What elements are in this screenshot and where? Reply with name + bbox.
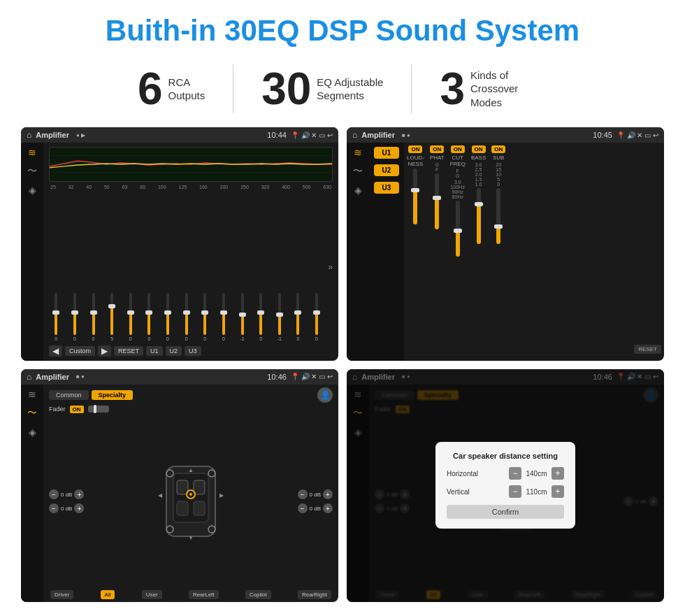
amp-phat-label: PHAT [430, 155, 445, 161]
fader-tab-specialty[interactable]: Specialty [92, 390, 134, 400]
amp-channel-controls: ON LOUD-NESS ON PHAT G F [404, 143, 664, 361]
eq-slider-15[interactable]: 0 [310, 293, 324, 341]
dialog-vertical-row: Vertical − 110cm + [447, 485, 564, 498]
eq-slider-14[interactable]: 0 [291, 293, 305, 341]
fader-profile-icon[interactable]: 👤 [317, 387, 333, 403]
eq-prev-btn[interactable]: ◀ [49, 345, 62, 357]
amp-cutfreq-on[interactable]: ON [451, 145, 465, 153]
fader-slider-h[interactable] [88, 406, 109, 413]
eq-main-content: 25 32 40 50 63 80 100 125 160 200 250 32… [43, 143, 338, 361]
amp-loudness-slider[interactable] [413, 169, 417, 224]
amp-loudness-on[interactable]: ON [408, 145, 422, 153]
screens-grid: ⌂ Amplifier ● ▶ 10:44 📍 🔊 ✕ ▭ ↩ ≋ 〜 ◈ [21, 127, 664, 602]
dialog-vertical-control: − 110cm + [509, 485, 564, 498]
amp-phat-slider[interactable] [435, 173, 439, 229]
dialog-screen-body: ≋ 〜 ◈ Common Specialty 👤 Fader [347, 385, 664, 603]
eq-u2-btn[interactable]: U2 [166, 346, 182, 356]
eq-slider-9[interactable]: 0 [198, 293, 212, 341]
eq-slider-7[interactable]: 0 [161, 293, 175, 341]
confirm-button[interactable]: Confirm [447, 505, 564, 519]
eq-slider-5[interactable]: 0 [124, 293, 138, 341]
eq-slider-8[interactable]: 0 [179, 293, 194, 341]
amp-sub-on[interactable]: ON [491, 145, 505, 153]
amp-reset-btn[interactable]: RESET [634, 345, 661, 354]
fader-rl-plus[interactable]: + [74, 503, 84, 513]
eq-slider-13[interactable]: -1 [273, 293, 287, 341]
fader-user-btn[interactable]: User [142, 590, 162, 599]
amp-home-icon[interactable]: ⌂ [352, 130, 357, 140]
fader-fl-plus[interactable]: + [74, 489, 84, 499]
dialog-vertical-label: Vertical [447, 488, 470, 496]
eq-home-icon[interactable]: ⌂ [27, 130, 31, 140]
fader-status-dots: ■ ● [76, 373, 85, 380]
eq-u3-btn[interactable]: U3 [185, 346, 201, 356]
amp-sidebar-speaker-icon[interactable]: ◈ [354, 185, 362, 196]
amp-sidebar-wave-icon[interactable]: 〜 [353, 165, 363, 178]
eq-slider-2[interactable]: 0 [68, 293, 82, 341]
eq-slider-12[interactable]: 0 [254, 293, 268, 341]
amp-u2-btn[interactable]: U2 [374, 164, 399, 176]
eq-app-name: Amplifier [36, 131, 69, 139]
eq-status-icons: 📍 🔊 ✕ ▭ ↩ [291, 131, 333, 139]
fader-copilot-btn[interactable]: Copilot [245, 590, 271, 599]
fader-home-icon[interactable]: ⌂ [27, 372, 31, 382]
eq-slider-10[interactable]: 0 [217, 293, 231, 341]
amp-phat-on[interactable]: ON [430, 145, 444, 153]
fader-tab-common[interactable]: Common [49, 390, 89, 400]
amp-screen-body: ≋ 〜 ◈ U1 U2 U3 ON LOUD-NESS [347, 143, 664, 361]
fader-fr-plus[interactable]: + [323, 489, 333, 499]
fader-status-icons: 📍 🔊 ✕ ▭ ↩ [291, 373, 333, 380]
amp-bass-label: BASS [471, 155, 486, 161]
eq-sidebar-eq-icon[interactable]: ≋ [28, 147, 36, 158]
dialog-vertical-plus[interactable]: + [551, 485, 564, 498]
eq-slider-3[interactable]: 0 [86, 293, 101, 341]
amp-cutfreq-slider[interactable] [456, 201, 460, 257]
fader-rr-plus[interactable]: + [323, 503, 333, 513]
fader-all-btn[interactable]: All [101, 590, 115, 599]
amp-sub-slider[interactable] [496, 188, 500, 244]
eq-slider-1[interactable]: 0 [49, 293, 64, 341]
stat-crossover: 3 Kinds ofCrossover Modes [412, 66, 575, 111]
svg-text:▲: ▲ [188, 467, 194, 473]
eq-reset-btn[interactable]: RESET [114, 346, 143, 356]
amp-loudness-label: LOUD-NESS [407, 155, 424, 167]
fader-rr-minus[interactable]: − [298, 503, 308, 513]
page: Buith-in 30EQ DSP Sound System 6 RCAOutp… [0, 0, 685, 616]
svg-text:◀: ◀ [158, 492, 163, 499]
eq-slider-11[interactable]: -1 [235, 293, 250, 341]
amp-u1-btn[interactable]: U1 [374, 147, 399, 159]
fader-sidebar-eq-icon[interactable]: ≋ [28, 389, 36, 400]
amp-u3-btn[interactable]: U3 [374, 182, 399, 194]
eq-status-bar: ⌂ Amplifier ● ▶ 10:44 📍 🔊 ✕ ▭ ↩ [21, 127, 338, 143]
eq-slider-6[interactable]: 0 [142, 293, 157, 341]
fader-sidebar-wave-icon[interactable]: 〜 [27, 407, 37, 420]
eq-sidebar-wave-icon[interactable]: 〜 [27, 165, 37, 178]
dialog-horizontal-plus[interactable]: + [551, 467, 564, 480]
dialog-title: Car speaker distance setting [447, 452, 564, 460]
svg-text:▶: ▶ [219, 492, 224, 499]
fader-rl-minus[interactable]: − [49, 503, 59, 513]
amp-bass-slider[interactable] [477, 188, 481, 244]
fader-driver-btn[interactable]: Driver [50, 590, 73, 599]
fader-sidebar-speaker-icon[interactable]: ◈ [29, 427, 36, 438]
stat-rca: 6 RCAOutputs [110, 66, 233, 111]
eq-play-btn[interactable]: ▶ [98, 345, 111, 357]
amp-sub-label: SUB [493, 155, 504, 161]
amp-bass-on[interactable]: ON [472, 145, 486, 153]
eq-sidebar-speaker-icon[interactable]: ◈ [29, 185, 36, 196]
dialog-horizontal-minus[interactable]: − [509, 467, 521, 480]
fader-fr-minus[interactable]: − [298, 489, 308, 499]
fader-label: Fader [49, 406, 66, 413]
dialog-screen: ⌂ Amplifier ■ ● 10:46 📍 🔊 ✕ ▭ ↩ ≋ 〜 ◈ Co… [347, 369, 664, 603]
stats-row: 6 RCAOutputs 30 EQ AdjustableSegments 3 … [21, 64, 664, 113]
eq-slider-4[interactable]: 5 [105, 293, 120, 341]
eq-expand-icon[interactable]: » [328, 262, 333, 272]
fader-rearleft-btn[interactable]: RearLeft [189, 590, 219, 599]
fader-on-badge[interactable]: ON [70, 406, 84, 413]
dialog-vertical-minus[interactable]: − [509, 485, 521, 498]
eq-preset-label: Custom [65, 346, 95, 356]
fader-rearright-btn[interactable]: RearRight [298, 590, 331, 599]
eq-u1-btn[interactable]: U1 [146, 346, 163, 356]
amp-sidebar-eq-icon[interactable]: ≋ [354, 147, 362, 158]
fader-fl-minus[interactable]: − [49, 489, 59, 499]
